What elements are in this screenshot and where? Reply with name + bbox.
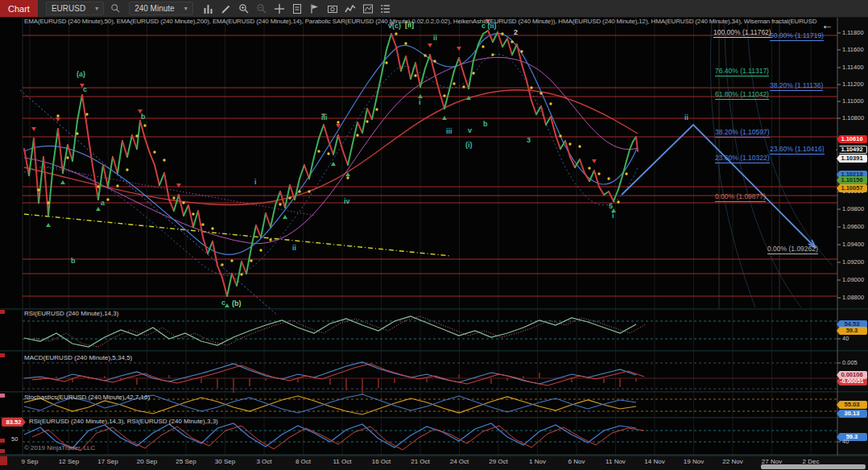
price-badge: 1.10492 xyxy=(837,146,867,154)
rsi2-value-badge: 59.3 xyxy=(837,433,867,441)
panel-edge-marker xyxy=(0,439,5,443)
fib-level-label: 0.00% (1.09877) xyxy=(715,193,766,202)
rsi-value-badge: 59.3 xyxy=(837,327,867,335)
wave-label: i xyxy=(254,179,257,186)
instrument-select[interactable]: EURUSD ▾ xyxy=(46,2,104,15)
wave-label: b xyxy=(71,258,76,265)
price-tick: 1.11200 xyxy=(842,81,864,88)
fib-level-label: 61.80% (1.11042) xyxy=(715,91,769,100)
fib-level-label: 23.60% (1.10322) xyxy=(715,155,770,163)
wave-label: (a) xyxy=(76,71,85,78)
chart-style-icon[interactable] xyxy=(203,3,214,14)
price-badge: 1.10057 xyxy=(837,184,867,192)
panel-tick: 0.005 xyxy=(842,360,858,366)
date-label: 6 Nov xyxy=(568,459,585,465)
panel-left-tick: 50 xyxy=(11,436,18,443)
zoom-out-icon[interactable] xyxy=(256,3,267,14)
rsi2-left-value-badge: 83.52 xyxy=(2,418,26,427)
price-badge: 1.10156 xyxy=(837,176,867,184)
date-label: 19 Nov xyxy=(684,459,704,465)
price-tick: 1.09000 xyxy=(842,277,864,283)
chevron-down-icon: ▾ xyxy=(184,5,188,12)
date-label: 11 Oct xyxy=(333,459,352,465)
back-arrow-icon[interactable]: ← xyxy=(821,18,833,31)
price-tick: 1.09600 xyxy=(842,224,864,230)
price-tick: 1.09400 xyxy=(842,241,864,248)
data-series-icon[interactable] xyxy=(291,3,303,14)
wave-label: b xyxy=(483,121,488,128)
chart-overlays: 100.00% (1.11762)50.00% (1.11719)76.40% … xyxy=(0,0,868,470)
fib-level-label: 38.20% (1.11136) xyxy=(770,82,823,91)
interval-select[interactable]: 240 Minute ▾ xyxy=(129,2,193,15)
date-label: 11 Nov xyxy=(606,459,626,465)
date-label: 12 Sep xyxy=(59,459,79,465)
wave-label: ii xyxy=(433,35,437,42)
fib-level-label: 76.40% (1.11317) xyxy=(715,68,769,76)
price-tick: 1.11800 xyxy=(842,30,864,36)
crosshair-icon[interactable] xyxy=(274,3,285,14)
axis-corner-marker xyxy=(0,456,7,465)
price-tick: 1.10800 xyxy=(842,115,864,122)
fib-level-label: 0.00% (1.09262) xyxy=(767,245,818,254)
date-label: 9 Sep xyxy=(22,459,39,465)
price-tick: 1.09200 xyxy=(842,259,864,266)
date-label: 8 Oct xyxy=(296,459,311,465)
price-badge: 1.10616 xyxy=(837,135,867,143)
rsi2-panel-label: RSI(EURUSD (240 Minute),14,3), RSI(EURUS… xyxy=(29,418,218,425)
wave-label: ii xyxy=(292,245,296,252)
price-tick: 1.08800 xyxy=(842,295,864,301)
tab-chart[interactable]: Chart xyxy=(0,0,38,17)
panel-edge-marker xyxy=(0,310,5,314)
alerts-icon[interactable] xyxy=(309,3,320,14)
price-tick: 1.11400 xyxy=(842,64,864,71)
wave-label: v xyxy=(468,127,472,134)
copyright-label: © 2019 NinjaTrader, LLC xyxy=(24,444,95,451)
date-label: 22 Nov xyxy=(722,459,742,465)
date-label: 30 Sep xyxy=(215,459,235,465)
h-scrollbar-thumb[interactable] xyxy=(761,464,866,469)
price-tick: 1.11000 xyxy=(842,98,864,105)
wave-label: 2 xyxy=(514,29,518,36)
stoch-value-badge: 55.03 xyxy=(837,401,867,409)
price-tick: 1.11600 xyxy=(842,47,864,53)
panel-tick: 40 xyxy=(842,336,849,342)
zoom-in-icon[interactable] xyxy=(238,3,250,14)
macd-panel-label: MACD(EURUSD (240 Minute),5,34,5) xyxy=(24,355,132,361)
wave-label: i xyxy=(612,212,614,220)
date-label: 21 Oct xyxy=(411,459,430,465)
wave-label: iii xyxy=(446,128,453,135)
date-label: 20 Sep xyxy=(137,459,157,465)
wave-label: a xyxy=(101,200,105,207)
stoch-value-badge: 30.13 xyxy=(837,410,867,418)
panel-edge-marker xyxy=(0,394,5,398)
fib-level-label: 50.00% (1.11719) xyxy=(770,32,824,41)
wave-label: iv xyxy=(344,198,350,205)
rsi-panel-label: RSI(EURUSD (240 Minute),14,3) xyxy=(24,311,118,317)
wave-label: b xyxy=(141,113,146,121)
price-tick: 1.09800 xyxy=(842,206,864,212)
date-label: 17 Sep xyxy=(97,459,118,465)
date-label: 1 Nov xyxy=(529,459,546,465)
wave-label: i xyxy=(419,99,421,106)
ninjatrader-chart-window: 100.00% (1.11762)50.00% (1.11719)76.40% … xyxy=(0,0,868,470)
fib-level-label: 38.20% (1.10597) xyxy=(715,129,770,138)
price-badge: 1.10391 xyxy=(837,155,867,163)
interval-value: 240 Minute xyxy=(134,4,174,13)
macd-value-badge: 0.00106 xyxy=(837,371,867,379)
instrument-value: EURUSD xyxy=(52,4,85,13)
stoch-panel-label: Stochastics(EURUSD (240 Minute),42,7,16) xyxy=(24,394,150,401)
fib-level-label: 23.60% (1.10416) xyxy=(770,146,825,155)
wave-label: 3 xyxy=(527,137,531,144)
chevron-down-icon: ▾ xyxy=(95,5,98,12)
indicators-icon[interactable] xyxy=(345,3,356,14)
panel-edge-marker xyxy=(0,353,5,357)
wave-label: ii xyxy=(684,114,688,122)
snapshot-icon[interactable] xyxy=(327,3,338,14)
date-label: 24 Oct xyxy=(450,459,469,465)
wave-label: iii xyxy=(321,114,328,122)
chart-trader-icon[interactable] xyxy=(362,3,374,14)
properties-icon[interactable] xyxy=(380,3,391,14)
search-icon[interactable] xyxy=(110,3,121,14)
wave-label: 5 xyxy=(609,203,613,210)
drawing-tools-icon[interactable] xyxy=(221,3,232,14)
